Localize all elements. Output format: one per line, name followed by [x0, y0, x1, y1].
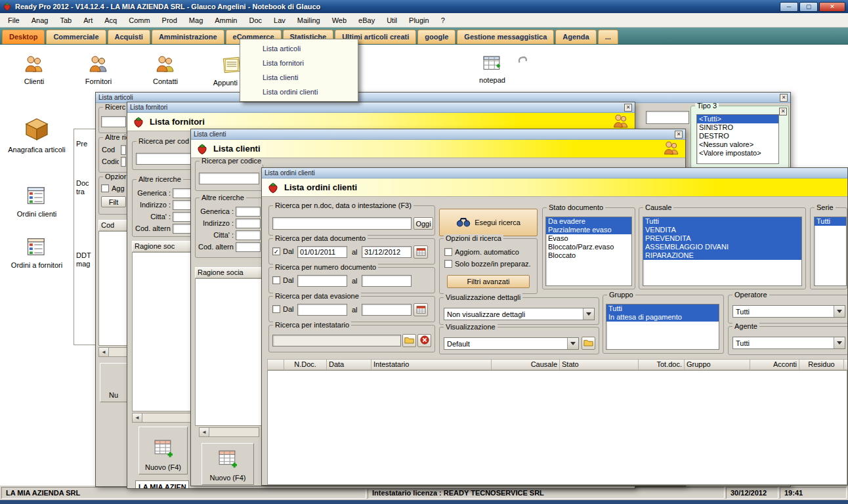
oggi-button[interactable]: Oggi [413, 217, 433, 230]
column-header[interactable]: Gruppo [685, 359, 750, 370]
nuovo-button[interactable]: Nu [100, 363, 127, 402]
menubar-item[interactable]: Mag [183, 14, 209, 26]
menubar-item[interactable]: File [2, 14, 26, 26]
filter-input-fragment[interactable] [646, 111, 689, 124]
search-input[interactable] [199, 173, 259, 184]
data-al-input[interactable] [362, 246, 412, 258]
field-input[interactable] [236, 230, 261, 240]
solo-bozze-checkbox[interactable] [444, 260, 452, 268]
menubar-item[interactable]: ? [435, 14, 451, 26]
field-input[interactable] [236, 207, 261, 217]
company-tab[interactable]: LA MIA AZIEN [135, 480, 189, 488]
window-titlebar[interactable]: Lista clienti ✕ [191, 129, 685, 140]
desktop-icon-ordini-a-fornitori[interactable]: Ordini a fornitori [5, 236, 68, 269]
menubar-item[interactable]: Plugin [403, 14, 435, 26]
search-input[interactable] [272, 217, 412, 230]
scroll-left-icon[interactable]: ◄ [133, 413, 142, 422]
menubar-item[interactable]: Lav [268, 14, 291, 26]
intestatario-input[interactable] [272, 335, 401, 346]
column-header[interactable]: Causale [492, 359, 560, 370]
horizontal-scrollbar[interactable]: ◄ [199, 427, 259, 437]
menubar-item[interactable]: Comm [123, 14, 156, 26]
close-icon[interactable]: ✕ [675, 131, 683, 138]
agente-dropdown[interactable]: Tutti [732, 337, 845, 349]
calendar-button[interactable] [413, 303, 428, 316]
menubar-item[interactable]: Mailing [291, 14, 326, 26]
desktop-icon-anagrafica-articoli[interactable]: Anagrafica articoli [5, 117, 68, 154]
folder-button[interactable] [582, 337, 595, 350]
dettagli-dropdown[interactable]: Non visualizzare dettagli [444, 308, 595, 320]
evasione-dal-input[interactable] [297, 304, 347, 316]
field-input[interactable] [121, 145, 126, 155]
chevron-down-icon[interactable] [834, 306, 845, 317]
chevron-down-icon[interactable] [567, 338, 578, 349]
listbox-item[interactable]: Tutti [606, 304, 719, 313]
tab[interactable]: google [417, 30, 456, 44]
listbox-item[interactable]: Evaso [546, 234, 631, 243]
evasione-al-input[interactable] [362, 304, 412, 316]
listbox-item[interactable]: DESTRO [697, 132, 778, 140]
data-dal-input[interactable] [297, 246, 347, 258]
listbox-item[interactable]: PREVENDITA [643, 234, 801, 243]
listbox-item[interactable]: Da evadere [546, 217, 631, 226]
menubar-item[interactable]: eBay [352, 14, 381, 26]
listbox-item[interactable]: VENDITA [643, 226, 801, 234]
numero-dal-input[interactable] [297, 275, 347, 287]
tab[interactable]: Agenda [555, 30, 596, 44]
column-header[interactable] [844, 359, 847, 370]
tab[interactable]: Gestione messaggistica [457, 30, 554, 44]
column-header[interactable]: Data [327, 359, 371, 370]
menubar-item[interactable]: Acq [98, 14, 123, 26]
scroll-left-icon[interactable]: ◄ [200, 428, 209, 436]
window-titlebar[interactable]: Lista ordini clienti [262, 168, 847, 178]
field-input[interactable] [236, 242, 261, 252]
search-input[interactable] [101, 116, 126, 127]
listbox-item[interactable]: <Nessun valore> [697, 140, 778, 149]
nuovo-button[interactable]: Nuovo (F4) [201, 443, 254, 485]
clear-intestatario-button[interactable] [417, 334, 431, 347]
listbox-item[interactable]: Bloccato/Parz.evaso [546, 243, 631, 251]
tab[interactable]: Commerciale [46, 30, 106, 44]
column-header[interactable]: Ragione soc [132, 241, 192, 252]
listbox-item[interactable]: In attesa di pagamento [606, 313, 719, 322]
desktop-icon-contatti[interactable]: Contatti [138, 55, 193, 85]
nuovo-button[interactable]: Nuovo (F4) [138, 427, 188, 474]
column-header[interactable]: Acconti [750, 359, 799, 370]
filtri-button[interactable]: Filt [101, 196, 126, 207]
tab[interactable]: Desktop [2, 30, 45, 44]
filtri-avanzati-button[interactable]: Filtri avanzati [447, 275, 530, 288]
tab[interactable]: Acquisti [108, 30, 150, 44]
field-input[interactable] [173, 224, 192, 234]
scroll-left-icon[interactable]: ◄ [99, 348, 109, 356]
listbox-item[interactable]: Tutti [643, 217, 801, 226]
field-input[interactable] [173, 188, 192, 198]
agg-checkbox[interactable] [101, 184, 109, 192]
field-input[interactable] [121, 157, 126, 167]
menubar-item[interactable]: Tab [54, 14, 77, 26]
esegui-ricerca-button[interactable]: Esegui ricerca [439, 209, 538, 236]
operatore-dropdown[interactable]: Tutti [732, 305, 845, 318]
search-input[interactable] [136, 153, 191, 165]
desktop-icon-fornitori[interactable]: Fornitori [71, 55, 126, 85]
field-input[interactable] [236, 219, 261, 228]
column-header[interactable]: Intestatario [371, 359, 492, 370]
close-panel-icon[interactable]: ✕ [779, 108, 787, 116]
field-input[interactable] [173, 200, 192, 210]
column-header[interactable]: Ragione socia [195, 267, 262, 278]
column-header[interactable]: Tot.doc. [639, 359, 685, 370]
field-input[interactable] [173, 212, 192, 222]
menu-item[interactable]: Lista fornitori [240, 56, 358, 70]
close-icon[interactable]: ✕ [780, 94, 788, 102]
dal-checkbox[interactable] [272, 305, 280, 313]
desktop-icon-ordini-clienti[interactable]: Ordini clienti [5, 185, 68, 218]
visualizzazione-dropdown[interactable]: Default [444, 337, 579, 350]
listbox-item[interactable]: RIPARAZIONE [643, 251, 801, 260]
menubar-item[interactable]: Ammin [209, 14, 243, 26]
table-body[interactable] [267, 370, 847, 485]
listbox-item[interactable]: ASSEMBLAGGIO DIVANI [643, 243, 801, 251]
menubar-item[interactable]: Prod [156, 14, 183, 26]
column-header[interactable]: Residuo [799, 359, 844, 370]
listbox-item[interactable]: Tutti [815, 217, 846, 226]
numero-al-input[interactable] [362, 275, 412, 287]
menu-item[interactable]: Lista clienti [240, 70, 358, 85]
